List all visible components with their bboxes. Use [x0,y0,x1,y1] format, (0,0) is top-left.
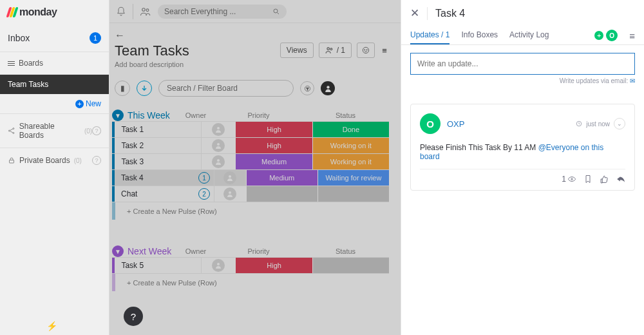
panel-members[interactable]: + O [594,30,618,41]
seen-count[interactable]: 1 [562,175,576,184]
owner-cell[interactable] [201,154,235,169]
board-filter-input[interactable] [167,84,285,93]
help-icon[interactable]: ? [92,126,101,135]
owner-cell[interactable] [201,122,235,137]
table-row[interactable]: Task 1HighDone [112,121,389,137]
automations-button[interactable] [357,43,375,58]
pulse-name[interactable]: Task 2 [115,141,198,150]
plus-icon: + [75,100,84,108]
column-header-status[interactable]: Status [302,247,389,255]
tab-activity-log[interactable]: Activity Log [509,26,549,44]
person-icon [324,84,332,93]
table-row[interactable]: Task 2HighWorking on it [112,137,389,153]
logo[interactable]: monday [0,0,109,24]
left-sidebar: monday Inbox 1 Boards Team Tasks +New Sh… [0,0,109,335]
email-icon[interactable]: ✉ [630,77,635,84]
sidebar-section-shareable[interactable]: Shareable Boards (0) ? [0,113,109,148]
add-member-icon[interactable]: + [594,31,603,40]
person-icon [212,139,225,152]
priority-cell[interactable]: Medium [246,170,317,186]
owner-cell[interactable] [201,258,235,273]
status-cell[interactable]: Working on it [312,138,389,153]
filter-icon [304,85,311,92]
back-arrow-icon[interactable]: ← [109,30,125,43]
priority-cell[interactable]: High [235,138,312,153]
sort-button[interactable] [137,81,152,96]
panel-menu-icon[interactable]: ≡ [629,30,635,41]
sidebar-section-boards[interactable]: Boards [0,52,109,75]
views-button[interactable]: Views [280,43,314,58]
column-header-priority[interactable]: Priority [215,111,302,119]
board-menu-icon[interactable]: ≡ [380,46,389,55]
item-panel: ✕ Task 4 Updates / 1 Info Boxes Activity… [401,0,644,335]
column-header-priority[interactable]: Priority [215,247,302,255]
pulse-name[interactable]: Task 1 [115,125,198,134]
board-filter[interactable] [158,80,294,97]
filter-button[interactable] [300,81,314,95]
search-icon [272,8,280,15]
logo-icon [8,7,17,17]
author-name[interactable]: OXP [447,119,464,129]
thumbs-up-icon[interactable] [600,175,609,184]
priority-cell[interactable]: Medium [235,154,312,169]
owner-cell[interactable] [214,186,246,202]
table-row[interactable]: Chat2 [112,186,389,202]
sidebar-new-button[interactable]: +New [0,94,109,113]
owner-cell[interactable] [214,170,246,186]
group-collapse-icon[interactable]: ▼ [112,110,124,121]
column-header-status[interactable]: Status [302,111,389,119]
pulse-name[interactable]: Task 3 [115,157,198,166]
priority-cell[interactable]: High [235,122,312,137]
help-fab[interactable]: ? [124,307,143,326]
column-header-owner[interactable]: Owner [176,111,215,119]
status-cell[interactable]: Waiting for review [317,170,389,186]
sidebar-section-private[interactable]: Private Boards (0) ? [0,148,109,173]
board-members-button[interactable]: / 1 [319,43,352,58]
close-icon[interactable]: ✕ [410,6,419,20]
column-header-owner[interactable]: Owner [176,247,215,255]
global-search-input[interactable] [164,7,272,16]
status-cell[interactable] [312,258,389,273]
status-cell[interactable]: Working on it [312,154,389,169]
status-cell[interactable] [317,186,389,202]
board-description[interactable]: Add board description [115,61,189,68]
bookmark-icon[interactable] [584,175,592,184]
group-title[interactable]: This Week [128,110,170,120]
update-input[interactable] [417,59,628,68]
sidebar-item-inbox[interactable]: Inbox 1 [0,24,109,52]
reply-icon[interactable] [616,175,625,183]
collapse-groups-button[interactable]: ▮ [115,81,130,96]
owner-cell[interactable] [201,138,235,153]
group-title[interactable]: Next Week [128,246,171,256]
svg-point-18 [229,191,231,194]
notifications-icon[interactable] [116,6,126,17]
bolt-icon[interactable]: ⚡ [46,321,57,331]
table-row[interactable]: Task 41MediumWaiting for review [112,169,389,186]
new-pulse-button[interactable]: + Create a New Pulse (Row) [112,202,389,220]
svg-point-2 [13,132,14,133]
new-pulse-button[interactable]: + Create a New Pulse (Row) [112,273,389,291]
tab-updates[interactable]: Updates / 1 [410,26,450,44]
priority-cell[interactable]: High [235,258,312,273]
pulse-name[interactable]: Chat [115,189,198,198]
table-row[interactable]: Task 5High [112,257,389,273]
people-icon[interactable] [140,6,151,17]
person-icon [212,155,225,168]
updates-count-badge[interactable]: 2 [198,188,210,200]
priority-cell[interactable] [246,186,317,202]
chevron-down-icon[interactable]: ⌄ [614,118,625,129]
pulse-name[interactable]: Task 5 [115,261,198,270]
author-avatar[interactable]: O [420,113,440,134]
sidebar-item-team-tasks[interactable]: Team Tasks [0,75,109,94]
status-cell[interactable]: Done [312,122,389,137]
tab-info-boxes[interactable]: Info Boxes [461,26,498,44]
table-row[interactable]: Task 3MediumWorking on it [112,153,389,169]
updates-count-badge[interactable]: 1 [198,172,210,184]
pulse-name[interactable]: Task 4 [115,173,198,182]
board-title[interactable]: Team Tasks [115,43,189,59]
person-filter-button[interactable] [321,81,335,95]
group-collapse-icon[interactable]: ▼ [112,245,124,257]
update-input-box[interactable] [410,53,635,75]
help-icon[interactable]: ? [92,156,101,165]
global-search[interactable] [158,5,287,19]
